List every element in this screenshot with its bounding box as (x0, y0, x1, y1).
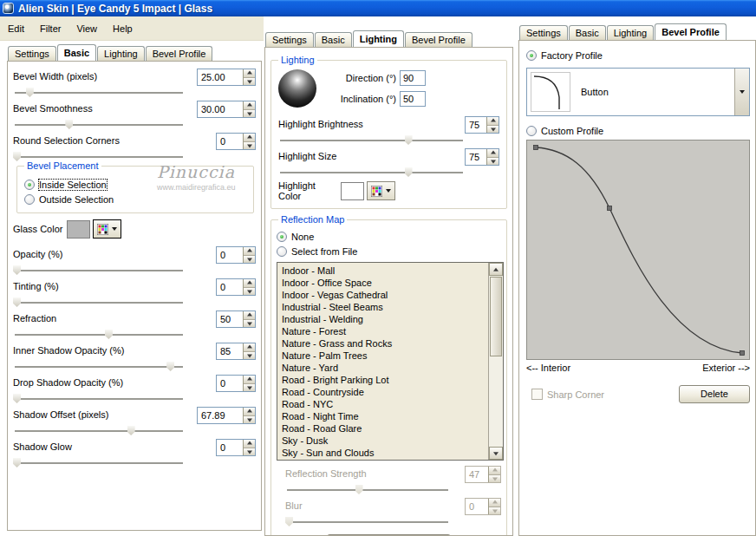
list-item[interactable]: Sky - Dusk (282, 435, 488, 447)
menu-edit[interactable]: Edit (0, 21, 32, 36)
spin-down-icon[interactable] (244, 255, 255, 264)
radio-selected-icon[interactable] (277, 232, 287, 242)
custom-profile-option[interactable]: Custom Profile (526, 123, 748, 138)
tab-lighting[interactable]: Lighting (97, 46, 145, 61)
spin-down-icon[interactable] (244, 319, 255, 328)
refraction-slider[interactable] (13, 329, 185, 340)
slider-thumb[interactable] (13, 152, 21, 161)
tab-lighting[interactable]: Lighting (353, 30, 404, 47)
slider-thumb[interactable] (13, 394, 21, 403)
highlight-size-slider[interactable] (278, 167, 465, 178)
curve-handle[interactable] (740, 351, 745, 356)
reflection-map-list[interactable]: Indoor - Mall Indoor - Office Space Indo… (277, 262, 504, 461)
spin-down-icon[interactable] (244, 448, 255, 456)
radio-icon[interactable] (24, 194, 35, 205)
list-item[interactable]: Nature - Yard (282, 362, 488, 374)
slider-thumb[interactable] (13, 458, 21, 467)
scrollbar-thumb[interactable] (490, 277, 502, 356)
spin-up-icon[interactable] (244, 376, 255, 383)
opacity-spinbox[interactable]: 0 (216, 246, 256, 264)
tab-lighting[interactable]: Lighting (607, 25, 655, 40)
curve-handle[interactable] (534, 146, 538, 150)
spin-up-icon[interactable] (244, 134, 255, 141)
highlight-color-swatch[interactable] (341, 182, 364, 200)
outside-selection-option[interactable]: Outside Selection (24, 192, 246, 206)
bevel-smoothness-spinbox[interactable]: 30.00 (197, 101, 256, 118)
factory-profile-option[interactable]: Factory Profile (526, 48, 748, 62)
tab-basic[interactable]: Basic (57, 44, 96, 61)
list-item[interactable]: Industrial - Steel Beams (282, 301, 488, 313)
shadow-glow-slider[interactable] (13, 457, 185, 468)
spin-up-icon[interactable] (244, 101, 255, 109)
list-item[interactable]: Road - Road Glare (282, 422, 488, 435)
spin-up-icon[interactable] (244, 343, 255, 351)
radio-selected-icon[interactable] (526, 50, 537, 61)
tab-basic[interactable]: Basic (569, 25, 606, 40)
highlight-brightness-spinbox[interactable]: 75 (465, 116, 499, 134)
spin-down-icon[interactable] (487, 157, 499, 166)
spin-up-icon[interactable] (244, 247, 255, 255)
spin-up-icon[interactable] (244, 69, 255, 77)
combo-dropdown-button[interactable] (734, 69, 749, 115)
slider-thumb[interactable] (13, 265, 21, 275)
highlight-brightness-slider[interactable] (278, 134, 465, 146)
list-item[interactable]: Indoor - Vegas Cathedral (282, 289, 488, 301)
inner-shadow-spinbox[interactable]: 85 (216, 343, 256, 360)
list-item[interactable]: Sky - Sun and Clouds (282, 447, 488, 459)
scroll-up-icon[interactable] (489, 263, 503, 276)
reflection-file-option[interactable]: Select from File (277, 244, 501, 258)
radio-selected-icon[interactable] (24, 180, 35, 190)
spin-down-icon[interactable] (244, 77, 255, 86)
tab-bevel-profile[interactable]: Bevel Profile (146, 46, 213, 61)
highlight-color-dropdown[interactable] (367, 181, 395, 200)
tinting-slider[interactable] (13, 297, 185, 308)
spin-up-icon[interactable] (244, 311, 255, 319)
glass-color-dropdown[interactable] (93, 219, 121, 239)
inner-shadow-slider[interactable] (13, 361, 185, 372)
tab-bevel-profile[interactable]: Bevel Profile (405, 32, 472, 47)
list-item[interactable]: Road - Countryside (282, 386, 488, 398)
slider-thumb[interactable] (166, 362, 174, 371)
spin-up-icon[interactable] (487, 117, 499, 125)
spin-down-icon[interactable] (487, 125, 499, 134)
shadow-offset-slider[interactable] (13, 425, 185, 436)
menu-view[interactable]: View (68, 21, 105, 36)
spin-down-icon[interactable] (244, 383, 255, 392)
list-item[interactable]: Nature - Forest (282, 325, 488, 337)
menu-help[interactable]: Help (105, 21, 140, 36)
list-item[interactable]: Indoor - Office Space (282, 277, 488, 289)
drop-shadow-slider[interactable] (13, 393, 185, 404)
glass-color-swatch[interactable] (67, 220, 90, 239)
highlight-size-spinbox[interactable]: 75 (465, 148, 499, 166)
spin-down-icon[interactable] (244, 415, 255, 424)
spin-down-icon[interactable] (244, 351, 255, 360)
list-item[interactable]: Road - Bright Parking Lot (282, 374, 488, 386)
spin-down-icon[interactable] (244, 287, 255, 296)
slider-thumb[interactable] (105, 330, 113, 339)
tab-bevel-profile[interactable]: Bevel Profile (655, 23, 727, 40)
tab-basic[interactable]: Basic (315, 32, 352, 47)
spin-up-icon[interactable] (487, 149, 499, 157)
slider-thumb[interactable] (405, 135, 413, 145)
tinting-spinbox[interactable]: 0 (216, 278, 256, 296)
drop-shadow-spinbox[interactable]: 0 (216, 375, 256, 392)
spin-up-icon[interactable] (244, 279, 255, 287)
bevel-width-slider[interactable] (13, 87, 185, 98)
refraction-spinbox[interactable]: 50 (216, 310, 256, 328)
reflection-none-option[interactable]: None (277, 229, 501, 244)
shadow-offset-spinbox[interactable]: 67.89 (197, 407, 256, 424)
tab-settings[interactable]: Settings (519, 25, 568, 40)
slider-thumb[interactable] (13, 297, 21, 307)
slider-thumb[interactable] (26, 88, 34, 97)
spin-down-icon[interactable] (244, 109, 255, 118)
lighting-sphere[interactable] (278, 69, 316, 108)
list-item[interactable]: Indoor - Mall (282, 265, 488, 277)
list-scrollbar[interactable] (488, 263, 503, 460)
menu-filter[interactable]: Filter (32, 21, 68, 36)
tab-settings[interactable]: Settings (265, 32, 314, 47)
list-item[interactable]: Industrial - Welding (282, 313, 488, 325)
radio-icon[interactable] (526, 126, 537, 136)
opacity-slider[interactable] (13, 265, 185, 276)
round-corners-spinbox[interactable]: 0 (216, 133, 256, 150)
direction-input[interactable]: 90 (400, 70, 426, 86)
